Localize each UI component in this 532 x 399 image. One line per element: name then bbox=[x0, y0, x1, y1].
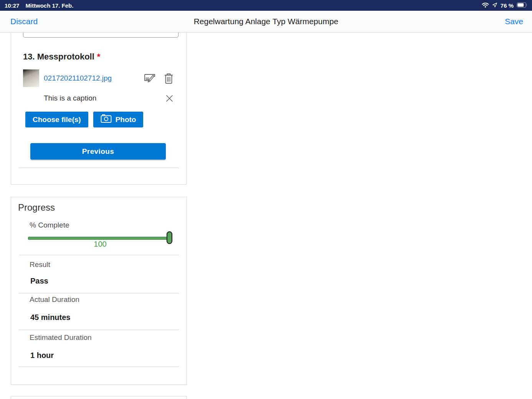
attachment-filename-link[interactable]: 02172021102712.jpg bbox=[44, 74, 112, 82]
trash-icon bbox=[164, 80, 174, 86]
choose-files-button[interactable]: Choose file(s) bbox=[25, 112, 88, 127]
percent-complete-value: 100 bbox=[28, 240, 172, 249]
estimated-duration-value[interactable]: 1 hour bbox=[30, 351, 54, 360]
status-bar: 10:27 Mittwoch 17. Feb. 76 % bbox=[0, 0, 532, 11]
camera-icon bbox=[101, 114, 112, 125]
actual-duration-label: Actual Duration bbox=[30, 295, 79, 304]
file-buttons-row: Choose file(s) Photo bbox=[25, 112, 143, 127]
result-label: Result bbox=[30, 261, 50, 269]
save-button[interactable]: Save bbox=[505, 11, 523, 32]
location-icon bbox=[492, 2, 497, 9]
result-value[interactable]: Pass bbox=[30, 277, 48, 285]
percent-complete-label: % Complete bbox=[30, 221, 69, 229]
close-icon bbox=[165, 98, 174, 104]
divider bbox=[19, 366, 179, 367]
attachment-row: 02172021102712.jpg bbox=[23, 69, 174, 87]
status-date: Mittwoch 17. Feb. bbox=[25, 2, 73, 9]
estimated-duration-label: Estimated Duration bbox=[30, 333, 92, 342]
section-heading: 13. Messprotokoll* bbox=[23, 52, 100, 62]
previous-button[interactable]: Previous bbox=[30, 143, 166, 160]
progress-card: Progress % Complete 100 Result Pass Actu… bbox=[11, 197, 187, 385]
remove-caption-button[interactable] bbox=[165, 94, 174, 103]
divider bbox=[19, 330, 179, 330]
attachment-thumbnail[interactable] bbox=[23, 69, 39, 87]
battery-icon bbox=[517, 2, 527, 9]
percent-complete-slider-track[interactable] bbox=[28, 237, 172, 240]
caption-text: This is a caption bbox=[44, 94, 96, 102]
delete-attachment-button[interactable] bbox=[164, 73, 174, 84]
actual-duration-value[interactable]: 45 minutes bbox=[30, 313, 70, 322]
battery-percent: 76 % bbox=[501, 2, 514, 9]
photo-label: Photo bbox=[116, 115, 136, 124]
section-heading-text: 13. Messprotokoll bbox=[23, 52, 94, 61]
caption-row: This is a caption bbox=[44, 93, 174, 103]
wifi-icon bbox=[482, 2, 489, 9]
divider bbox=[19, 255, 179, 255]
note-edit-icon bbox=[144, 79, 156, 85]
edit-caption-button[interactable] bbox=[144, 73, 156, 84]
divider bbox=[19, 293, 179, 293]
nav-bar: Discard Regelwartung Anlage Typ Wärmepum… bbox=[0, 11, 532, 33]
choose-files-label: Choose file(s) bbox=[33, 115, 81, 124]
text-input-partial[interactable] bbox=[23, 33, 178, 38]
next-card-partial bbox=[11, 396, 187, 399]
photo-button[interactable]: Photo bbox=[93, 112, 144, 127]
required-asterisk: * bbox=[97, 52, 101, 61]
status-time: 10:27 bbox=[5, 2, 19, 9]
progress-heading: Progress bbox=[18, 202, 55, 213]
messprotokoll-card: 13. Messprotokoll* 02172021102712.jpg bbox=[11, 33, 187, 185]
page-title: Regelwartung Anlage Typ Wärmepumpe bbox=[0, 11, 532, 32]
divider bbox=[19, 168, 179, 168]
